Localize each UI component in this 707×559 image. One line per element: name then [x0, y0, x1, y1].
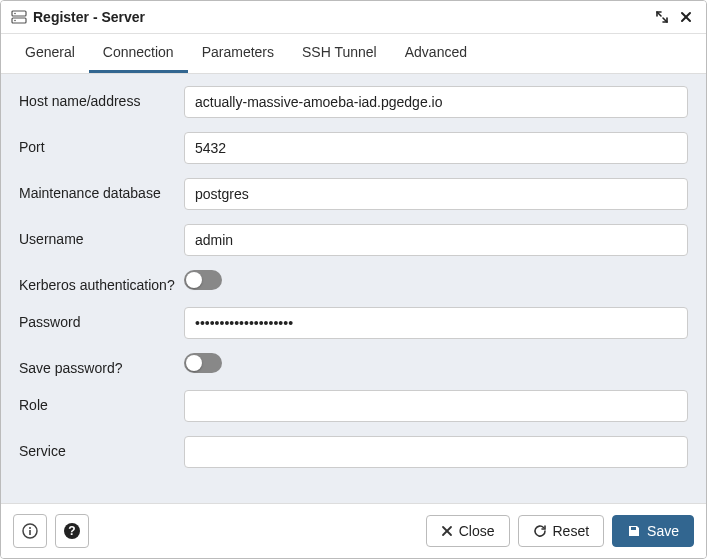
tab-parameters[interactable]: Parameters — [188, 34, 288, 73]
server-icon — [11, 9, 27, 25]
role-label: Role — [19, 390, 184, 413]
service-input[interactable] — [184, 436, 688, 468]
savepw-toggle[interactable] — [184, 353, 222, 373]
kerberos-toggle[interactable] — [184, 270, 222, 290]
reset-label: Reset — [553, 523, 590, 539]
help-button[interactable]: ? — [55, 514, 89, 548]
close-label: Close — [459, 523, 495, 539]
reset-button[interactable]: Reset — [518, 515, 605, 547]
titlebar: Register - Server — [1, 1, 706, 34]
kerberos-label: Kerberos authentication? — [19, 270, 184, 293]
save-label: Save — [647, 523, 679, 539]
reset-icon — [533, 524, 547, 538]
maximize-button[interactable] — [652, 7, 672, 27]
host-input[interactable] — [184, 86, 688, 118]
host-label: Host name/address — [19, 86, 184, 109]
maintdb-label: Maintenance database — [19, 178, 184, 201]
svg-point-2 — [14, 13, 16, 15]
tab-connection[interactable]: Connection — [89, 34, 188, 73]
save-icon — [627, 524, 641, 538]
svg-text:?: ? — [68, 524, 75, 538]
tabs: General Connection Parameters SSH Tunnel… — [1, 34, 706, 74]
username-label: Username — [19, 224, 184, 247]
close-window-button[interactable] — [676, 7, 696, 27]
svg-rect-0 — [12, 11, 26, 16]
register-server-dialog: Register - Server General Connection Par… — [0, 0, 707, 559]
tab-advanced[interactable]: Advanced — [391, 34, 481, 73]
savepw-label: Save password? — [19, 353, 184, 376]
svg-rect-6 — [29, 530, 31, 535]
password-label: Password — [19, 307, 184, 330]
svg-point-3 — [14, 20, 16, 22]
username-input[interactable] — [184, 224, 688, 256]
tab-general[interactable]: General — [11, 34, 89, 73]
tab-ssh-tunnel[interactable]: SSH Tunnel — [288, 34, 391, 73]
maintdb-input[interactable] — [184, 178, 688, 210]
dialog-title: Register - Server — [33, 9, 648, 25]
role-input[interactable] — [184, 390, 688, 422]
save-button[interactable]: Save — [612, 515, 694, 547]
close-icon — [441, 525, 453, 537]
service-label: Service — [19, 436, 184, 459]
footer: ? Close Reset Save — [1, 503, 706, 558]
close-button[interactable]: Close — [426, 515, 510, 547]
port-input[interactable] — [184, 132, 688, 164]
form-body: Host name/address Port Maintenance datab… — [1, 74, 706, 503]
svg-rect-1 — [12, 18, 26, 23]
info-button[interactable] — [13, 514, 47, 548]
port-label: Port — [19, 132, 184, 155]
password-input[interactable] — [184, 307, 688, 339]
svg-point-5 — [29, 527, 31, 529]
